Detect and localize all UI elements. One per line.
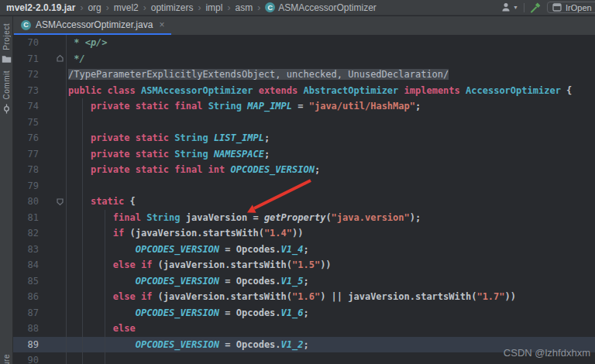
breadcrumb-bar: mvel2-2.0.19.jar›org›mvel2›optimizers›im…	[0, 0, 595, 15]
code-text: private static String LIST_IMPL;	[67, 130, 595, 146]
gutter-fold-column	[39, 257, 67, 273]
code-line[interactable]: 71 */	[13, 51, 595, 67]
code-line[interactable]: 77 private static String NAMESPACE;	[13, 146, 595, 163]
tab-asmaccessoroptimizer[interactable]: C ASMAccessorOptimizer.java ×	[14, 16, 171, 35]
close-icon[interactable]: ×	[159, 19, 164, 30]
commit-icon	[2, 104, 12, 114]
code-text: private static String NAMESPACE;	[67, 146, 595, 163]
code-text: static {	[67, 194, 595, 210]
line-number[interactable]: 81	[13, 210, 39, 226]
breadcrumb-item-mvel2-2-0-19-jar[interactable]: mvel2-2.0.19.jar	[6, 2, 75, 13]
sidebar-item-project[interactable]: Project	[0, 16, 12, 64]
code-line[interactable]: 76 private static String LIST_IMPL;	[13, 130, 595, 146]
line-number[interactable]: 90	[13, 352, 39, 364]
gutter-fold-column	[39, 337, 67, 353]
line-number[interactable]: 76	[13, 130, 39, 146]
gutter-fold-column	[39, 130, 67, 146]
ide-window: mvel2-2.0.19.jar›org›mvel2›optimizers›im…	[0, 0, 595, 364]
code-text: else if (javaVersion.startsWith("1.5"))	[67, 257, 595, 273]
line-number[interactable]: 79	[13, 178, 39, 194]
line-number[interactable]: 78	[13, 162, 39, 178]
line-number[interactable]: 71	[13, 51, 39, 67]
gutter-fold-column	[39, 210, 67, 226]
code-text: else	[67, 321, 595, 337]
line-number[interactable]: 70	[13, 35, 39, 51]
line-number[interactable]: 89	[13, 337, 39, 353]
code-text: private static final String MAP_IMPL = "…	[67, 98, 595, 115]
fold-chevron-icon[interactable]	[56, 197, 64, 206]
line-number[interactable]: 87	[13, 305, 39, 321]
code-line[interactable]: 75	[13, 115, 595, 131]
code-line[interactable]: 81 final String javaVersion = getPropert…	[13, 210, 595, 226]
code-text: OPCODES_VERSION = Opcodes.V1_5;	[67, 273, 595, 290]
code-line[interactable]: 87 OPCODES_VERSION = Opcodes.V1_6;	[13, 305, 595, 321]
breadcrumb-item-optimizers[interactable]: optimizers	[151, 2, 194, 13]
line-number[interactable]: 73	[13, 83, 39, 99]
tab-label: ASMAccessorOptimizer.java	[36, 19, 153, 30]
gutter-fold-column	[39, 35, 67, 51]
user-profile-button[interactable]: ▼	[501, 2, 518, 12]
code-line[interactable]: 79	[13, 178, 595, 194]
line-number[interactable]: 88	[13, 321, 39, 337]
gutter-fold-column	[39, 289, 67, 305]
structure-label: Structure	[2, 354, 11, 364]
toolbar-divider	[524, 3, 524, 12]
class-icon: C	[21, 20, 31, 30]
code-editor[interactable]: 70 * <p/>71 */72/TypeParameterExplicitly…	[13, 35, 595, 364]
tool-window-stripe: Project Commit Structure	[0, 16, 13, 364]
sidebar-item-commit[interactable]: Commit	[0, 64, 12, 114]
code-text	[67, 178, 595, 194]
folder-icon	[2, 55, 12, 64]
application-icon	[552, 3, 562, 12]
line-number[interactable]: 72	[13, 67, 39, 83]
code-text: private static final int OPCODES_VERSION…	[67, 162, 595, 178]
line-number[interactable]: 82	[13, 225, 39, 242]
gutter-fold-column	[39, 194, 67, 210]
gutter-fold-column	[39, 352, 67, 364]
gutter-fold-column	[39, 242, 67, 258]
line-number[interactable]: 86	[13, 289, 39, 305]
breadcrumb-separator: ›	[198, 2, 201, 13]
line-number[interactable]: 77	[13, 146, 39, 163]
line-number[interactable]: 75	[13, 115, 39, 131]
gutter-fold-column	[39, 83, 67, 99]
code-line[interactable]: 88 else	[13, 321, 595, 337]
sidebar-item-structure[interactable]: Structure	[0, 354, 12, 364]
breadcrumb-item-asmaccessoroptimizer[interactable]: CASMAccessorOptimizer	[265, 2, 377, 13]
breadcrumb-item-mvel2[interactable]: mvel2	[114, 2, 139, 13]
breadcrumb-item-asm[interactable]: asm	[235, 2, 253, 13]
build-button[interactable]	[530, 2, 542, 13]
breadcrumb-item-impl[interactable]: impl	[205, 2, 222, 13]
run-configuration-selector[interactable]: IrOpen	[547, 2, 595, 13]
run-configuration-label: IrOpen	[566, 3, 592, 12]
code-line[interactable]: 70 * <p/>	[13, 35, 595, 51]
code-line[interactable]: 73public class ASMAccessorOptimizer exte…	[13, 83, 595, 99]
code-line[interactable]: 82 if (javaVersion.startsWith("1.4"))	[13, 225, 595, 242]
line-number[interactable]: 80	[13, 194, 39, 210]
hammer-icon	[530, 2, 542, 13]
gutter-fold-column	[39, 67, 67, 83]
code-line[interactable]: 78 private static final int OPCODES_VERS…	[13, 162, 595, 178]
chevron-down-icon: ▼	[513, 5, 518, 10]
breadcrumb: mvel2-2.0.19.jar›org›mvel2›optimizers›im…	[6, 2, 377, 13]
line-number[interactable]: 84	[13, 257, 39, 273]
line-number[interactable]: 74	[13, 98, 39, 115]
fold-end-icon[interactable]	[56, 54, 64, 63]
breadcrumb-separator: ›	[143, 2, 146, 13]
code-line[interactable]: 86 else if (javaVersion.startsWith("1.6"…	[13, 289, 595, 305]
user-icon	[501, 2, 512, 12]
gutter-fold-column	[39, 98, 67, 115]
gutter-fold-column	[39, 115, 67, 131]
gutter-fold-column	[39, 162, 67, 178]
code-line[interactable]: 85 OPCODES_VERSION = Opcodes.V1_5;	[13, 273, 595, 290]
breadcrumb-item-org[interactable]: org	[88, 2, 101, 13]
code-line[interactable]: 72/TypeParameterExplicitlyExtendsObject,…	[13, 67, 595, 83]
code-line[interactable]: 83 OPCODES_VERSION = Opcodes.V1_4;	[13, 242, 595, 258]
code-line[interactable]: 80 static {	[13, 194, 595, 210]
line-number[interactable]: 83	[13, 242, 39, 258]
code-line[interactable]: 84 else if (javaVersion.startsWith("1.5"…	[13, 257, 595, 273]
gutter-fold-column	[39, 305, 67, 321]
line-number[interactable]: 85	[13, 273, 39, 290]
code-line[interactable]: 74 private static final String MAP_IMPL …	[13, 98, 595, 115]
editor-tab-bar: C ASMAccessorOptimizer.java ×	[13, 16, 595, 35]
